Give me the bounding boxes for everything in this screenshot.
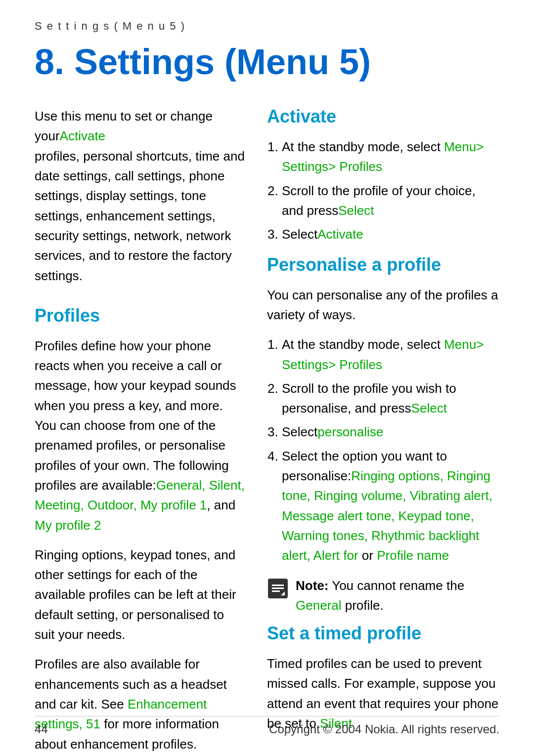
personalise-intro: You can personalise any of the profiles … [267, 285, 499, 325]
personalise-step3-text: Select [282, 424, 317, 439]
personalise-step3-link[interactable]: personalise [317, 424, 383, 439]
timed-profile-text-main: Timed profiles can be used to prevent mi… [267, 656, 498, 731]
personalise-heading: Personalise a profile [267, 254, 499, 275]
footer: 44 Copyright © 2004 Nokia. All rights re… [35, 722, 499, 736]
personalise-step4-link3[interactable]: Profile name [377, 548, 449, 563]
note-icon [267, 578, 289, 599]
profiles-list-link2[interactable]: My profile 2 [35, 518, 101, 533]
right-column: Activate At the standby mode, select Men… [267, 106, 499, 756]
timed-profile-text: Timed profiles can be used to prevent mi… [267, 654, 499, 733]
personalise-step4-or: or [358, 548, 377, 563]
activate-step2-link[interactable]: Select [338, 203, 374, 218]
activate-step3-text: Select [282, 227, 317, 242]
content-area: Use this menu to set or change yourActiv… [35, 106, 499, 756]
personalise-step4: Select the option you want to personalis… [282, 446, 499, 566]
breadcrumb: S e t t i n g s ( M e n u 5 ) [35, 20, 499, 33]
profiles-para3: Profiles are also available for enhancem… [35, 654, 247, 754]
page-number: 44 [35, 722, 48, 736]
personalise-step2-link[interactable]: Select [411, 401, 447, 416]
activate-step2: Scroll to the profile of your choice, an… [282, 181, 499, 221]
copyright: Copyright © 2004 Nokia. All rights reser… [269, 722, 499, 736]
intro-paragraph: Use this menu to set or change yourActiv… [35, 106, 247, 286]
footer-divider [35, 716, 499, 716]
page-title: 8. Settings (Menu 5) [35, 42, 499, 82]
page-container: S e t t i n g s ( M e n u 5 ) 8. Setting… [0, 0, 534, 756]
note-bold: Note: [296, 578, 328, 593]
personalise-step1-text: At the standby mode, select [282, 337, 444, 352]
note-box: Note: You cannot rename the General prof… [267, 576, 499, 616]
personalise-step3: Selectpersonalise [282, 422, 499, 442]
activate-inline-link[interactable]: Activate [60, 128, 106, 143]
activate-step3-link[interactable]: Activate [317, 227, 363, 242]
profiles-para2: Ringing options, keypad tones, and other… [35, 545, 247, 644]
left-column: Use this menu to set or change yourActiv… [35, 106, 247, 756]
profiles-para1: Profiles define how your phone reacts wh… [35, 336, 247, 535]
note-text: Note: You cannot rename the General prof… [296, 576, 499, 616]
activate-list: At the standby mode, select Menu> Settin… [282, 137, 499, 244]
personalise-step1: At the standby mode, select Menu> Settin… [282, 335, 499, 375]
note-profile-text: profile. [342, 598, 384, 613]
activate-step1: At the standby mode, select Menu> Settin… [282, 137, 499, 177]
personalise-step2: Scroll to the profile you wish to person… [282, 378, 499, 419]
svg-rect-3 [272, 590, 280, 592]
activate-step1-text: At the standby mode, select [282, 139, 444, 154]
personalise-list: At the standby mode, select Menu> Settin… [282, 335, 499, 565]
profiles-heading: Profiles [35, 305, 247, 326]
profiles-para1-text: Profiles define how your phone reacts wh… [35, 338, 236, 493]
activate-step3: SelectActivate [282, 224, 499, 244]
svg-rect-2 [272, 588, 284, 589]
note-content: You cannot rename the [328, 578, 464, 593]
activate-heading: Activate [267, 106, 499, 127]
profiles-list-suffix: , and [207, 498, 235, 512]
intro-text-after: profiles, personal shortcuts, time and d… [35, 149, 245, 283]
note-general-link[interactable]: General [296, 598, 342, 613]
svg-rect-1 [272, 585, 284, 586]
timed-profile-heading: Set a timed profile [267, 623, 499, 644]
activate-step2-text: Scroll to the profile of your choice, an… [282, 183, 476, 218]
